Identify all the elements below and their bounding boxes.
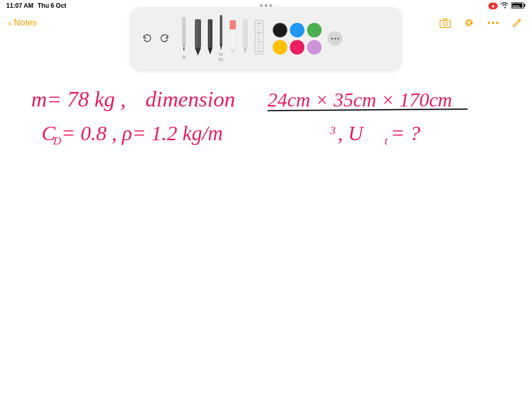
svg-point-44 [334,37,336,39]
svg-text:3: 3 [329,124,336,137]
svg-text:24cm × 35cm × 170cm: 24cm × 35cm × 170cm [268,89,452,111]
chevron-left-icon: ‹ [8,17,12,29]
svg-rect-4 [440,20,450,28]
svg-marker-28 [231,49,235,54]
date-label: Thu 6 Oct [37,2,66,9]
status-right: ● 93% [488,2,526,10]
svg-marker-18 [208,48,212,55]
svg-point-7 [488,22,490,24]
status-bar: 11:07 AM Thu 6 Oct ● 93% [0,0,532,11]
svg-point-8 [492,22,494,24]
svg-marker-31 [243,48,247,54]
svg-text:t: t [384,134,388,147]
battery-label: 93% [511,2,526,10]
handwritten-content: m= 78 kg , dimension 24cm × 35cm × 170cm… [31,78,520,182]
time-label: 11:07 AM [6,2,33,9]
svg-point-43 [331,37,333,39]
svg-rect-1 [524,4,526,7]
svg-text:= 0.8    ,    ρ= 1.2 kg/m: = 0.8 , ρ= 1.2 kg/m [61,122,223,145]
svg-text:m= 78 kg ,: m= 78 kg , [31,87,126,111]
at-symbol-button[interactable] [462,16,476,30]
svg-marker-21 [220,44,222,50]
compose-button[interactable] [510,16,524,30]
svg-text:50: 50 [219,52,223,56]
svg-marker-12 [183,48,185,51]
color-purple[interactable] [307,40,322,55]
svg-text:93%: 93% [513,5,521,8]
svg-text:,   U: , U [338,122,365,145]
back-button[interactable]: ‹ Notes [8,17,37,29]
back-label: Notes [14,18,37,28]
pen-size-label: 50 [219,57,223,62]
more-dots-button[interactable] [486,16,500,30]
nav-bar: ‹ Notes [0,11,532,34]
color-yellow[interactable] [273,40,287,55]
pencil-label: A [182,55,185,60]
svg-point-45 [337,37,339,39]
camera-button[interactable] [438,16,452,30]
svg-marker-15 [195,48,201,56]
record-indicator: ● [488,3,498,9]
wifi-icon [500,2,509,9]
note-content-area[interactable]: m= 78 kg , dimension 24cm × 35cm × 170cm… [0,68,532,399]
svg-point-9 [496,22,498,24]
svg-point-5 [443,22,447,26]
svg-text:= ?: = ? [391,122,420,145]
svg-text:D: D [52,134,61,147]
color-red[interactable] [290,40,304,55]
nav-right-icons [438,16,524,30]
svg-text:dimension: dimension [145,87,235,111]
status-left: 11:07 AM Thu 6 Oct [6,2,66,9]
